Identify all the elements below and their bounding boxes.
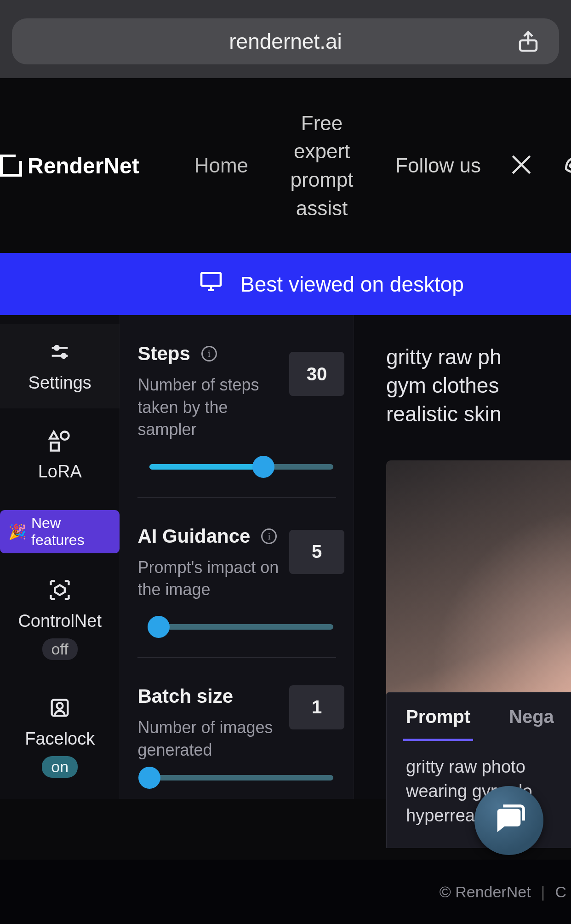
facelock-state: on: [42, 756, 78, 778]
cube-scan-icon: [48, 578, 72, 604]
info-icon[interactable]: i: [201, 346, 217, 362]
sidebar-item-lora[interactable]: LoRA: [0, 413, 120, 497]
guidance-title: AI Guidance: [137, 525, 250, 547]
discord-icon[interactable]: [562, 152, 571, 179]
settings-panel: Steps i Number of steps taken by the sam…: [120, 315, 354, 799]
nav-prompt-assist[interactable]: Free expert prompt assist: [276, 109, 368, 222]
preview-area: gritty raw ph gym clothes realistic skin…: [354, 315, 571, 799]
svg-point-4: [55, 346, 59, 350]
banner-text: Best viewed on desktop: [240, 272, 464, 297]
share-icon[interactable]: [516, 29, 541, 54]
footer-copyright: © RenderNet: [440, 883, 531, 901]
footer-tail: C: [555, 883, 566, 901]
info-icon[interactable]: i: [261, 528, 277, 544]
slider-thumb[interactable]: [252, 456, 274, 478]
new-features-badge[interactable]: 🎉 New features: [0, 510, 120, 553]
steps-slider[interactable]: [149, 464, 333, 470]
svg-rect-3: [201, 273, 221, 286]
group-guidance: AI Guidance i Prompt's impact on the ima…: [137, 525, 336, 658]
x-twitter-icon[interactable]: [508, 152, 534, 179]
controlnet-state: off: [42, 638, 78, 660]
chat-fab[interactable]: [474, 786, 543, 855]
nav-links: Home Free expert prompt assist Follow us: [194, 109, 481, 222]
slider-fill: [149, 464, 263, 470]
batch-slider[interactable]: [149, 775, 333, 781]
tab-negative[interactable]: Nega: [490, 693, 571, 741]
preview-headline: gritty raw ph gym clothes realistic skin: [386, 343, 571, 428]
steps-desc: Number of steps taken by the sampler: [137, 374, 285, 441]
sliders-icon: [48, 340, 72, 366]
svg-point-6: [61, 432, 69, 440]
address-url: rendernet.ai: [229, 29, 342, 54]
logo-mark-icon: [0, 155, 22, 177]
batch-title: Batch size: [137, 685, 233, 707]
desktop-banner: Best viewed on desktop: [0, 253, 571, 315]
new-features-label: New features: [31, 515, 111, 549]
browser-chrome: rendernet.ai: [0, 0, 571, 78]
batch-value[interactable]: 1: [289, 685, 344, 729]
sidebar-item-facelock[interactable]: Facelock on: [0, 680, 120, 793]
site-header: RenderNet Home Free expert prompt assist…: [0, 78, 571, 253]
brand-name: RenderNet: [28, 153, 139, 178]
svg-rect-7: [51, 442, 59, 450]
sidebar-item-label: LoRA: [38, 462, 82, 482]
slider-thumb[interactable]: [148, 616, 170, 638]
sidebar-item-settings[interactable]: Settings: [0, 324, 120, 408]
face-icon: [48, 696, 72, 722]
page-viewport: RenderNet Home Free expert prompt assist…: [0, 78, 571, 924]
separator: |: [541, 883, 545, 901]
group-steps: Steps i Number of steps taken by the sam…: [137, 343, 336, 498]
steps-title: Steps: [137, 343, 190, 365]
address-bar[interactable]: rendernet.ai: [12, 18, 559, 64]
tab-prompt[interactable]: Prompt: [387, 693, 490, 741]
sidebar-item-label: ControlNet: [18, 611, 102, 631]
footer-bar: © RenderNet | C: [0, 860, 571, 924]
party-icon: 🎉: [8, 523, 27, 540]
sidebar-item-label: Facelock: [25, 729, 95, 749]
svg-point-9: [57, 703, 63, 709]
sidebar-item-controlnet[interactable]: ControlNet off: [0, 562, 120, 676]
steps-value[interactable]: 30: [289, 352, 344, 396]
brand-logo[interactable]: RenderNet: [0, 153, 139, 178]
sidebar: Settings LoRA 🎉 New features: [0, 315, 120, 799]
guidance-value[interactable]: 5: [289, 530, 344, 574]
slider-thumb[interactable]: [138, 767, 160, 789]
svg-point-5: [62, 354, 66, 358]
guidance-desc: Prompt's impact on the image: [137, 557, 285, 601]
guidance-slider[interactable]: [149, 624, 333, 630]
nav-home[interactable]: Home: [194, 151, 248, 180]
monitor-icon: [198, 269, 224, 299]
workspace: Settings LoRA 🎉 New features: [0, 315, 571, 799]
sidebar-item-label: Settings: [29, 373, 91, 393]
batch-desc: Number of images generated: [137, 717, 285, 761]
shapes-icon: [48, 429, 72, 454]
nav-follow-us[interactable]: Follow us: [395, 151, 481, 180]
group-batch: Batch size Number of images generated 1: [137, 685, 336, 781]
